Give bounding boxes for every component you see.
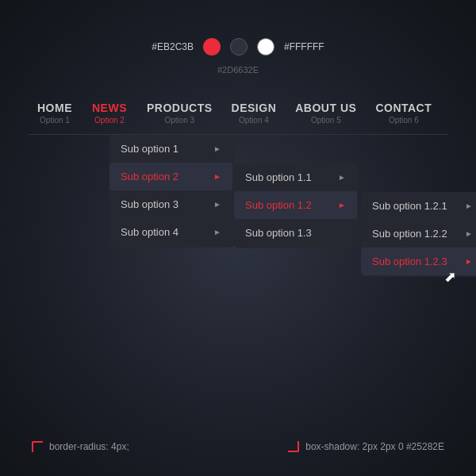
menu-item-sub3-label: Sub option 3 [121, 198, 178, 210]
arrow-sub123: ► [465, 257, 473, 266]
arrow-sub2: ► [213, 172, 221, 181]
color2-dot [230, 38, 248, 56]
menu-item-sub121-label: Sub option 1.2.1 [372, 200, 447, 212]
nav-item-about[interactable]: ABOUT US Option 5 [286, 98, 366, 128]
menu-item-sub11-label: Sub option 1.1 [245, 171, 312, 183]
footer-note-border: border-radius: 4px; [32, 441, 129, 452]
arrow-sub122: ► [465, 229, 473, 238]
menu-item-sub13-label: Sub option 1.3 [245, 227, 312, 239]
palette-section: #EB2C3B #FFFFFF #2D6632E [0, 0, 476, 75]
nav-about-sub: Option 5 [311, 116, 341, 125]
arrow-sub12: ► [338, 201, 346, 209]
arrow-sub121: ► [465, 202, 473, 210]
footer-notes: border-radius: 4px; box-shadow: 2px 2px … [0, 441, 476, 452]
nav-products-label: PRODUCTS [147, 102, 213, 114]
color2-label: #2D6632E [217, 65, 259, 75]
footer-note-shadow: box-shadow: 2px 2px 0 #25282E [288, 441, 444, 452]
nav-item-home[interactable]: HOME Option 1 [28, 98, 82, 128]
menu-item-sub123-label: Sub option 1.2.3 [372, 255, 447, 267]
nav-area: HOME Option 1 NEWS Option 2 PRODUCTS Opt… [0, 98, 476, 135]
menu-item-sub123[interactable]: Sub option 1.2.3 ► [361, 248, 476, 275]
color3-label: #FFFFFF [284, 41, 324, 52]
arrow-sub3: ► [213, 200, 221, 209]
nav-design-label: DESIGN [232, 102, 277, 114]
dropdown-l1: Sub option 1 ► Sub option 2 ► Sub option… [109, 135, 232, 246]
arrow-sub11: ► [338, 173, 346, 182]
nav-item-design[interactable]: DESIGN Option 4 [222, 98, 286, 128]
menu-item-sub122-label: Sub option 1.2.2 [372, 228, 447, 240]
menu-item-sub4[interactable]: Sub option 4 ► [109, 218, 232, 246]
nav-news-sub: Option 2 [94, 116, 125, 125]
menu-item-sub3[interactable]: Sub option 3 ► [109, 190, 232, 218]
menu-item-sub122[interactable]: Sub option 1.2.2 ► [361, 220, 476, 248]
menu-item-sub4-label: Sub option 4 [121, 226, 178, 238]
nav-item-news[interactable]: NEWS Option 2 [82, 98, 137, 128]
nav-home-label: HOME [37, 102, 72, 114]
nav-contact-label: CONTACT [375, 102, 432, 114]
menu-item-sub12[interactable]: Sub option 1.2 ► [234, 191, 357, 219]
nav-about-label: ABOUT US [295, 102, 356, 114]
nav-design-sub: Option 4 [239, 116, 269, 125]
menu-item-sub11[interactable]: Sub option 1.1 ► [234, 163, 357, 191]
dropdown-l2: Sub option 1.1 ► Sub option 1.2 ► Sub op… [234, 163, 357, 247]
menu-item-sub12-label: Sub option 1.2 [245, 199, 312, 211]
menu-item-sub1-label: Sub option 1 [121, 143, 178, 155]
nav-products-sub: Option 3 [164, 116, 194, 125]
nav-news-label: NEWS [92, 102, 127, 114]
footer-note2-text: box-shadow: 2px 2px 0 #25282E [305, 441, 444, 452]
menu-item-sub2[interactable]: Sub option 2 ► [109, 163, 232, 190]
nav-home-sub: Option 1 [40, 116, 70, 125]
arrow-sub4: ► [213, 228, 221, 236]
nav-item-products[interactable]: PRODUCTS Option 3 [137, 98, 222, 128]
menu-item-sub13[interactable]: Sub option 1.3 [234, 219, 357, 247]
bracket-br [288, 441, 299, 452]
arrow-sub1: ► [213, 144, 221, 153]
bracket-tl [32, 441, 43, 452]
nav-contact-sub: Option 6 [389, 116, 419, 125]
palette-row: #EB2C3B #FFFFFF [152, 38, 324, 56]
nav-item-contact[interactable]: CONTACT Option 6 [366, 98, 441, 128]
menu-item-sub121[interactable]: Sub option 1.2.1 ► [361, 192, 476, 220]
footer-note1-text: border-radius: 4px; [49, 441, 129, 452]
color3-dot [257, 38, 274, 56]
menu-item-sub1[interactable]: Sub option 1 ► [109, 135, 232, 163]
color1-dot [203, 38, 221, 56]
color1-label: #EB2C3B [152, 41, 194, 52]
menu-item-sub2-label: Sub option 2 [121, 171, 178, 182]
dropdown-l3: Sub option 1.2.1 ► Sub option 1.2.2 ► Su… [361, 192, 476, 275]
nav-bar: HOME Option 1 NEWS Option 2 PRODUCTS Opt… [28, 98, 448, 135]
